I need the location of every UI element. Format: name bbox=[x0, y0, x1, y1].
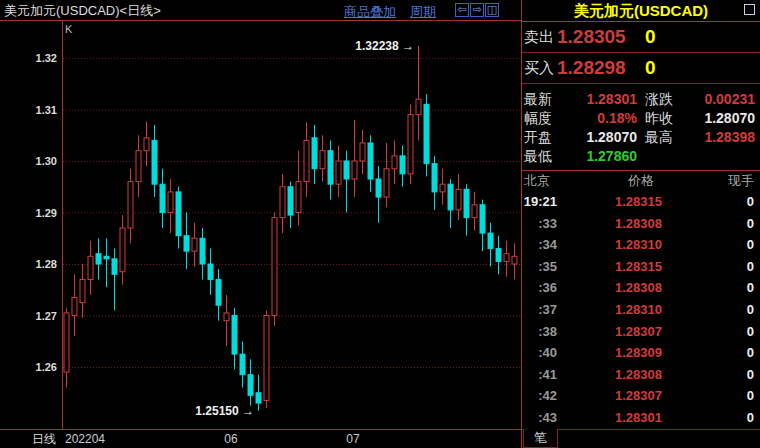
change-label: 涨跌 bbox=[645, 90, 673, 109]
tick-volume: 0 bbox=[747, 385, 754, 407]
sell-label: 卖出 bbox=[524, 22, 554, 52]
candlesticks bbox=[64, 46, 517, 411]
tick-volume: 0 bbox=[747, 191, 754, 213]
tick-time: :35 bbox=[522, 256, 557, 278]
split-window-icon[interactable]: ◫ bbox=[485, 3, 499, 17]
open-value: 1.28070 bbox=[586, 128, 637, 147]
tick-table: 19:211.283150:331.283080:341.283100:351.… bbox=[522, 191, 760, 429]
tick-row[interactable]: :371.283100 bbox=[522, 299, 760, 321]
tick-price: 1.28308 bbox=[615, 277, 662, 299]
range-value: 0.18% bbox=[597, 109, 637, 128]
sell-price: 1.28305 bbox=[557, 22, 626, 52]
svg-text:07: 07 bbox=[346, 432, 360, 446]
sell-size: 0 bbox=[645, 22, 656, 52]
tick-row[interactable]: 19:211.283150 bbox=[522, 191, 760, 213]
tick-row[interactable]: :361.283080 bbox=[522, 277, 760, 299]
svg-text:1.25150 →: 1.25150 → bbox=[195, 404, 254, 418]
tick-volume: 0 bbox=[747, 299, 754, 321]
axis-labels: 1.321.311.301.291.281.271.262022040607日线… bbox=[32, 23, 360, 446]
panel-footer: 笔 bbox=[522, 429, 760, 448]
latest-label: 最新 bbox=[524, 90, 552, 109]
tick-volume: 0 bbox=[747, 321, 754, 343]
buy-price: 1.28298 bbox=[557, 53, 626, 83]
quote-panel-header: 美元加元(USDCAD) bbox=[522, 0, 760, 22]
tick-time: :33 bbox=[522, 213, 557, 235]
chart-window-title: 美元加元(USDCAD)<日线> bbox=[4, 2, 161, 20]
svg-text:1.26: 1.26 bbox=[36, 361, 57, 373]
low-label: 最低 bbox=[524, 147, 552, 166]
tick-row[interactable]: :411.283080 bbox=[522, 364, 760, 386]
tab-transactions[interactable]: 笔 bbox=[523, 429, 558, 448]
tick-row[interactable]: :401.283090 bbox=[522, 342, 760, 364]
restore-window-icon[interactable] bbox=[744, 4, 755, 15]
overlay-compare-link[interactable]: 商品叠加 bbox=[344, 3, 396, 21]
tick-row[interactable]: :341.283100 bbox=[522, 234, 760, 256]
buy-quote-row: 买入 1.28298 0 bbox=[522, 53, 760, 84]
svg-text:K: K bbox=[65, 23, 73, 35]
quote-symbol-title: 美元加元(USDCAD) bbox=[574, 2, 708, 19]
svg-text:1.27: 1.27 bbox=[36, 310, 57, 322]
tick-row[interactable]: :381.283070 bbox=[522, 321, 760, 343]
tick-price: 1.28310 bbox=[615, 234, 662, 256]
annotations: 1.32238 →1.25150 → bbox=[195, 39, 414, 418]
tick-price: 1.28315 bbox=[615, 256, 662, 278]
tick-volume: 0 bbox=[747, 407, 754, 429]
buy-label: 买入 bbox=[524, 53, 554, 83]
quote-panel: 美元加元(USDCAD) 卖出 1.28305 0 买入 1.28298 0 最… bbox=[521, 0, 760, 448]
tick-price: 1.28308 bbox=[615, 364, 662, 386]
tick-time: :43 bbox=[522, 407, 557, 429]
high-label: 最高 bbox=[645, 128, 673, 147]
tick-time: :36 bbox=[522, 277, 557, 299]
period-link[interactable]: 周期 bbox=[410, 3, 436, 21]
axes bbox=[0, 21, 521, 430]
svg-text:1.31: 1.31 bbox=[36, 104, 57, 116]
tick-price: 1.28301 bbox=[615, 407, 662, 429]
svg-text:1.32238 →: 1.32238 → bbox=[355, 39, 414, 53]
tick-price: 1.28315 bbox=[615, 191, 662, 213]
low-value: 1.27860 bbox=[586, 147, 637, 166]
tick-row[interactable]: :431.283010 bbox=[522, 407, 760, 429]
tick-volume: 0 bbox=[747, 277, 754, 299]
tick-volume: 0 bbox=[747, 342, 754, 364]
svg-text:202204: 202204 bbox=[65, 432, 105, 446]
tick-time: :34 bbox=[522, 234, 557, 256]
tick-row[interactable]: :421.283070 bbox=[522, 385, 760, 407]
svg-text:1.30: 1.30 bbox=[36, 155, 57, 167]
tick-price: 1.28308 bbox=[615, 213, 662, 235]
tick-time: 19:21 bbox=[522, 191, 557, 213]
tick-price: 1.28309 bbox=[615, 342, 662, 364]
price-chart: 1.321.311.301.291.281.271.262022040607日线… bbox=[0, 21, 521, 448]
tick-volume: 0 bbox=[747, 213, 754, 235]
tick-time: :41 bbox=[522, 364, 557, 386]
tick-volume: 0 bbox=[747, 256, 754, 278]
top-toolbar: 美元加元(USDCAD)<日线> 商品叠加 周期 ⇦ ⇨ ◫ bbox=[0, 0, 521, 21]
arrow-left-icon[interactable]: ⇦ bbox=[455, 3, 469, 17]
range-label: 幅度 bbox=[524, 109, 552, 128]
svg-text:日线: 日线 bbox=[32, 432, 56, 446]
stats-block: 最新 1.28301 涨跌 0.00231 幅度 0.18% 昨收 1.2807… bbox=[522, 84, 760, 171]
tick-row[interactable]: :331.283080 bbox=[522, 213, 760, 235]
prev-close-label: 昨收 bbox=[645, 109, 673, 128]
tick-price: 1.28310 bbox=[615, 299, 662, 321]
arrow-right-icon[interactable]: ⇨ bbox=[470, 3, 484, 17]
tick-time: :38 bbox=[522, 321, 557, 343]
tick-row[interactable]: :351.283150 bbox=[522, 256, 760, 278]
latest-value: 1.28301 bbox=[586, 90, 637, 109]
tick-time: :37 bbox=[522, 299, 557, 321]
tick-volume: 0 bbox=[747, 364, 754, 386]
high-value: 1.28398 bbox=[704, 128, 755, 147]
open-label: 开盘 bbox=[524, 128, 552, 147]
buy-size: 0 bbox=[645, 53, 656, 83]
svg-text:1.32: 1.32 bbox=[36, 52, 57, 64]
svg-text:1.29: 1.29 bbox=[36, 207, 57, 219]
svg-text:06: 06 bbox=[224, 432, 238, 446]
tick-volume: 0 bbox=[747, 234, 754, 256]
change-value: 0.00231 bbox=[704, 90, 755, 109]
tick-price: 1.28307 bbox=[615, 385, 662, 407]
volume-column-header: 现手 bbox=[728, 171, 754, 191]
svg-text:1.28: 1.28 bbox=[36, 258, 57, 270]
tick-table-header: 北京 价格 现手 bbox=[522, 171, 760, 191]
sell-quote-row: 卖出 1.28305 0 bbox=[522, 22, 760, 53]
tick-time: :42 bbox=[522, 385, 557, 407]
tick-price: 1.28307 bbox=[615, 321, 662, 343]
